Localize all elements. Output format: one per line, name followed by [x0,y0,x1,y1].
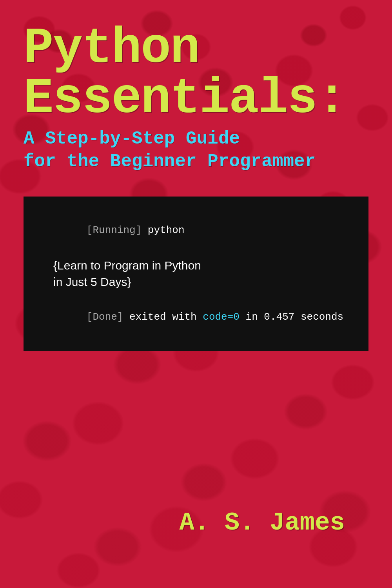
title-line1: Python [24,20,200,77]
done-text: exited with [123,311,203,323]
subtitle: A Step-by-Step Guide for the Beginner Pr… [24,128,368,173]
terminal-output: {Learn to Program in Python in Just 5 Da… [53,257,354,290]
done-bracket: [Done] [87,311,123,323]
author-name: A. S. James [180,509,345,537]
cover-content: Python Essentials: A Step-by-Step Guide … [24,24,368,564]
output-line2: in Just 5 Days} [53,275,131,288]
terminal-box: [Running] python {Learn to Program in Py… [24,197,368,351]
subtitle-line2: for the Beginner Programmer [24,151,316,172]
output-line1: {Learn to Program in Python [53,259,201,272]
done-suffix: in 0.457 seconds [240,311,343,323]
main-title: Python Essentials: [24,24,368,124]
running-bracket: [Running] [87,224,142,236]
subtitle-line1: A Step-by-Step Guide [24,129,240,149]
terminal-done-line: [Done] exited with code=0 in 0.457 secon… [38,294,354,340]
done-code: code=0 [203,311,240,323]
title-line2: Essentials: [24,70,346,127]
book-cover: Python Essentials: A Step-by-Step Guide … [0,0,392,588]
running-command: python [142,224,184,236]
terminal-running-line: [Running] python [38,208,354,253]
